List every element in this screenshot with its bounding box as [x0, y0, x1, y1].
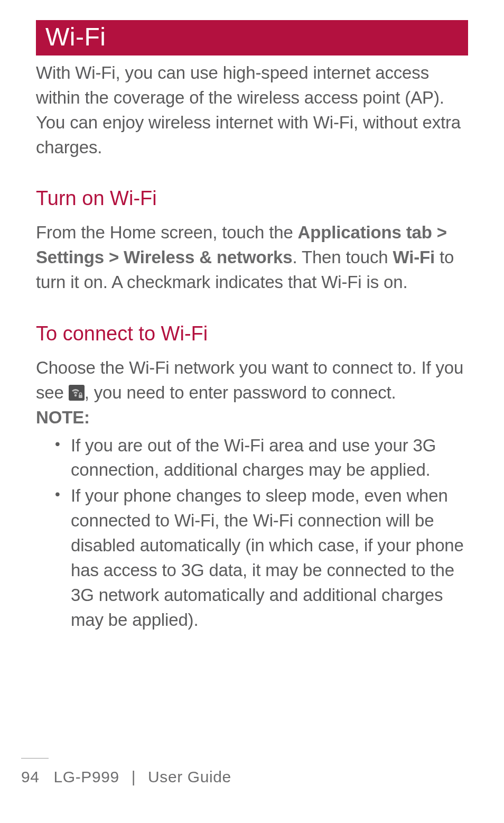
bold-wifi: Wi-Fi [393, 247, 435, 267]
footer-divider: | [132, 768, 136, 785]
page-footer: 94 LG-P999 | User Guide [0, 758, 504, 786]
footer-guide-label: User Guide [148, 768, 231, 785]
wifi-lock-icon [69, 385, 85, 401]
list-item: If you are out of the Wi-Fi area and use… [71, 433, 468, 483]
svg-rect-1 [79, 395, 82, 398]
note-label: NOTE: [36, 405, 468, 430]
text-fragment: . Then touch [292, 247, 393, 267]
page-number: 94 [21, 768, 40, 786]
footer-model: LG-P999 [54, 768, 119, 785]
connect-paragraph: Choose the Wi-Fi network you want to con… [36, 356, 468, 430]
text-fragment: From the Home screen, touch the [36, 223, 298, 242]
footer-text: 94 LG-P999 | User Guide [21, 768, 504, 786]
intro-paragraph: With Wi-Fi, you can use high-speed inter… [36, 61, 468, 160]
list-item: If your phone changes to sleep mode, eve… [71, 484, 468, 632]
title-bar: Wi-Fi [36, 20, 468, 56]
text-fragment: , you need to enter password to connect. [85, 383, 396, 402]
footer-rule [21, 758, 49, 759]
svg-point-0 [74, 394, 77, 396]
document-page: Wi-Fi With Wi-Fi, you can use high-speed… [0, 0, 504, 632]
section-heading-turn-on: Turn on Wi-Fi [36, 187, 468, 210]
title-bar-text: Wi-Fi [45, 23, 106, 51]
turn-on-paragraph: From the Home screen, touch the Applicat… [36, 220, 468, 295]
notes-list: If you are out of the Wi-Fi area and use… [36, 433, 468, 633]
section-heading-connect: To connect to Wi-Fi [36, 322, 468, 345]
